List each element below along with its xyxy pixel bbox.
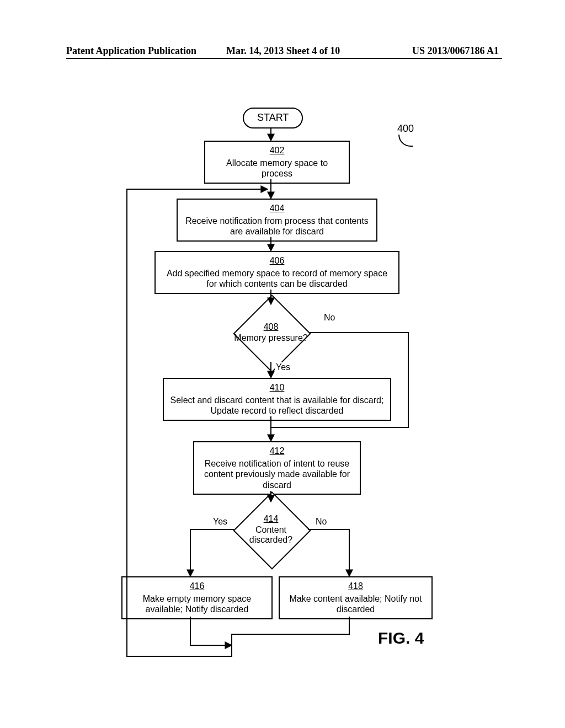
- flow-decision-414: 414 Content discarded?: [244, 503, 297, 556]
- flow-step-404-text: Receive notification from process that c…: [185, 216, 369, 236]
- flow-step-404: 404 Receive notification from process th…: [177, 199, 377, 242]
- flow-step-402-ref: 402: [211, 145, 343, 156]
- header-rule: [66, 58, 502, 59]
- flow-decision-408-text: Memory pressure?: [234, 333, 307, 343]
- flow-decision-408-ref: 408: [264, 322, 279, 332]
- header-left: Patent Application Publication: [66, 45, 196, 57]
- flow-step-412-text: Receive notification of intent to reuse …: [204, 459, 350, 489]
- edge-408-yes: Yes: [275, 362, 291, 372]
- figure-overall-ref: 400: [397, 123, 414, 135]
- flow-decision-414-ref: 414: [264, 514, 279, 524]
- edge-414-yes: Yes: [212, 517, 228, 527]
- flow-start-label: START: [257, 112, 289, 123]
- flow-step-416: 416 Make empty memory space available; N…: [121, 576, 273, 619]
- flow-step-406-ref: 406: [161, 255, 393, 266]
- flow-step-402-text: Allocate memory space to process: [226, 158, 328, 178]
- flow-step-406: 406 Add specified memory space to record…: [154, 251, 399, 294]
- flow-step-416-ref: 416: [128, 581, 266, 591]
- ref-curve-icon: [398, 135, 413, 147]
- flow-step-418-text: Make content available; Notify not disca…: [289, 594, 422, 614]
- flow-step-418-ref: 418: [285, 581, 426, 591]
- flow-step-410: 410 Select and discard content that is a…: [163, 378, 391, 421]
- flow-step-404-ref: 404: [183, 203, 371, 213]
- flow-step-410-text: Select and discard content that is avail…: [170, 395, 384, 415]
- header-right: US 2013/0067186 A1: [412, 45, 499, 57]
- edge-408-no: No: [323, 313, 336, 323]
- flow-decision-414-text: Content discarded?: [234, 525, 308, 545]
- flow-start: START: [243, 108, 303, 129]
- flow-decision-408: 408 Memory pressure?: [244, 306, 297, 359]
- patent-figure-page: Patent Application Publication Mar. 14, …: [0, 0, 565, 728]
- flow-step-412: 412 Receive notification of intent to re…: [193, 441, 361, 495]
- flow-step-418: 418 Make content available; Notify not d…: [279, 576, 433, 619]
- flow-step-410-ref: 410: [169, 382, 385, 393]
- figure-label: FIG. 4: [378, 629, 424, 647]
- flow-step-416-text: Make empty memory space available; Notif…: [143, 594, 252, 614]
- flow-step-412-ref: 412: [200, 446, 354, 456]
- edge-414-no: No: [315, 517, 328, 527]
- header-mid: Mar. 14, 2013 Sheet 4 of 10: [226, 45, 340, 57]
- flow-step-406-text: Add specified memory space to record of …: [167, 269, 387, 288]
- flow-step-402: 402 Allocate memory space to process: [204, 141, 350, 184]
